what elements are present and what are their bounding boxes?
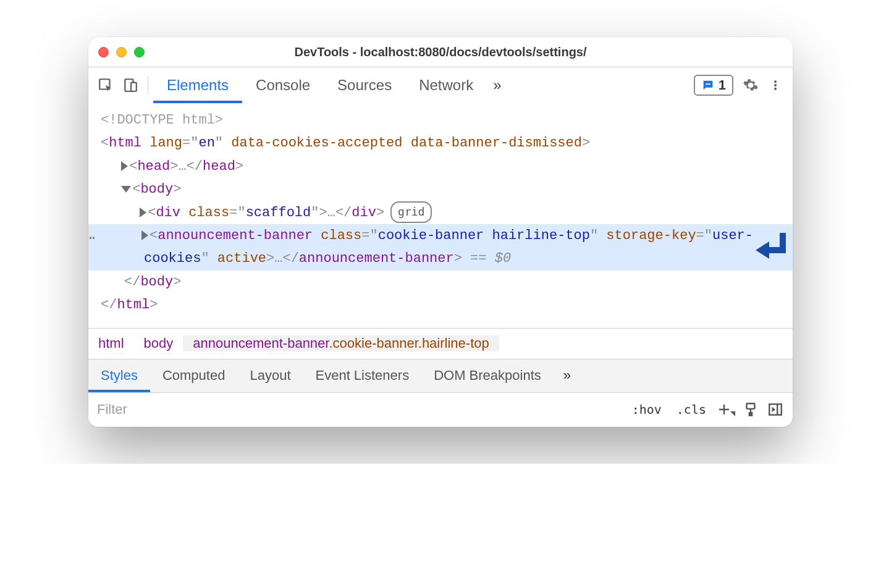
window-title: DevTools - localhost:8080/docs/devtools/… [88, 45, 793, 59]
subtab-dom-breakpoints[interactable]: DOM Breakpoints [421, 359, 554, 392]
grid-badge[interactable]: grid [390, 201, 432, 223]
crumb-selected[interactable]: announcement-banner.cookie-banner.hairli… [183, 335, 499, 351]
toolbar-separator [148, 76, 148, 94]
cls-toggle[interactable]: .cls [669, 402, 714, 417]
kebab-menu-icon[interactable] [763, 73, 788, 98]
traffic-lights [98, 47, 145, 57]
hov-toggle[interactable]: :hov [625, 402, 669, 417]
dom-tree[interactable]: <!DOCTYPE html> <html lang="en" data-coo… [88, 103, 793, 328]
paint-flash-icon[interactable] [738, 401, 763, 418]
tab-sources[interactable]: Sources [324, 67, 405, 103]
svg-rect-3 [706, 83, 710, 85]
tab-network[interactable]: Network [405, 67, 487, 103]
svg-point-5 [774, 84, 777, 86]
dom-body-open[interactable]: <body> [101, 178, 793, 201]
titlebar: DevTools - localhost:8080/docs/devtools/… [88, 37, 793, 67]
tab-console[interactable]: Console [242, 67, 324, 103]
dom-body-close[interactable]: </body> [101, 271, 793, 293]
crumb-body[interactable]: body [134, 335, 183, 351]
subtab-event-listeners[interactable]: Event Listeners [303, 359, 422, 392]
subtab-layout[interactable]: Layout [237, 359, 303, 392]
issues-count: 1 [719, 77, 726, 93]
breadcrumb: html body announcement-banner.cookie-ban… [88, 328, 793, 359]
svg-point-4 [774, 80, 777, 83]
styles-subtabs: Styles Computed Layout Event Listeners D… [88, 359, 793, 392]
expand-caret-icon[interactable] [140, 208, 146, 217]
more-tabs-icon[interactable]: » [487, 77, 507, 94]
styles-filter-input[interactable] [88, 397, 625, 422]
svg-rect-2 [131, 82, 137, 91]
dom-html-open[interactable]: <html lang="en" data-cookies-accepted da… [101, 132, 793, 154]
collapse-caret-icon[interactable] [121, 186, 131, 193]
zoom-window-button[interactable] [134, 47, 145, 57]
annotation-arrow-icon [752, 229, 789, 264]
dom-selected-node[interactable]: ⋯ <announcement-banner class="cookie-ban… [88, 224, 793, 271]
computed-panel-collapse-icon[interactable] [763, 401, 788, 418]
main-tabs: Elements Console Sources Network [153, 67, 487, 103]
expand-caret-icon[interactable] [121, 161, 128, 171]
dom-div-scaffold[interactable]: <div class="scaffold">…</div>grid [101, 201, 793, 224]
settings-icon[interactable] [738, 73, 763, 98]
new-style-rule-icon[interactable] [714, 402, 738, 417]
inspect-element-icon[interactable] [93, 73, 118, 98]
tab-elements[interactable]: Elements [153, 67, 242, 103]
devtools-window: DevTools - localhost:8080/docs/devtools/… [88, 37, 793, 427]
issues-badge[interactable]: 1 [694, 75, 733, 96]
crumb-html[interactable]: html [88, 335, 134, 351]
subtab-styles[interactable]: Styles [88, 359, 150, 392]
more-subtabs-icon[interactable]: » [554, 368, 581, 384]
close-window-button[interactable] [98, 47, 109, 57]
svg-rect-8 [749, 413, 752, 415]
expand-caret-icon[interactable] [141, 230, 148, 240]
svg-rect-7 [747, 403, 755, 409]
gutter-more-icon[interactable]: ⋯ [88, 227, 96, 252]
main-toolbar: Elements Console Sources Network » 1 [88, 67, 793, 103]
dom-doctype[interactable]: <!DOCTYPE html> [101, 109, 793, 132]
dom-head[interactable]: <head>…</head> [101, 155, 793, 178]
dom-html-close[interactable]: </html> [101, 293, 793, 316]
subtab-computed[interactable]: Computed [150, 359, 238, 392]
svg-point-6 [774, 87, 777, 90]
minimize-window-button[interactable] [116, 47, 127, 57]
styles-filter-row: :hov .cls [88, 392, 793, 427]
device-toolbar-icon[interactable] [118, 73, 143, 98]
